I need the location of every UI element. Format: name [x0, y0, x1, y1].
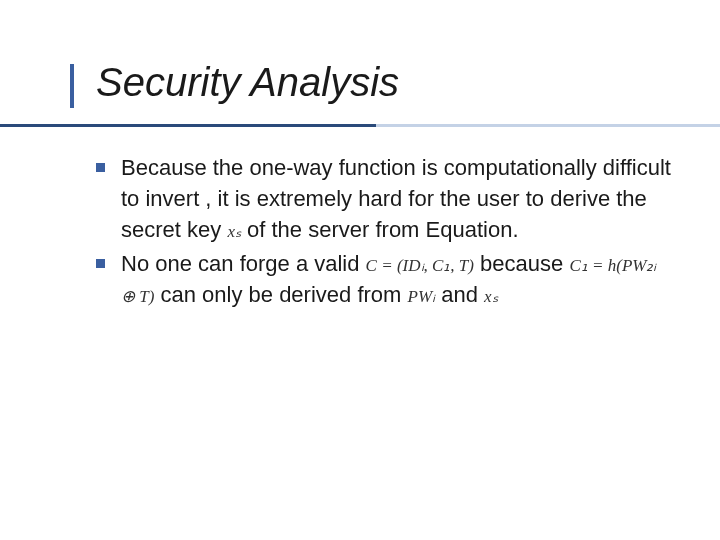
bullet-text-segment: because	[480, 251, 569, 276]
math-inline: xₛ	[227, 222, 241, 241]
bullet-text-segment: and	[441, 282, 484, 307]
content-area: Because the one-way function is computat…	[96, 152, 672, 310]
bullet-text: No one can forge a valid C = (IDᵢ, C₁, T…	[121, 248, 672, 310]
bullet-text: Because the one-way function is computat…	[121, 152, 672, 246]
slide: Security Analysis Because the one-way fu…	[0, 0, 720, 540]
title-underline	[0, 124, 720, 127]
bullet-item: No one can forge a valid C = (IDᵢ, C₁, T…	[96, 248, 672, 310]
bullet-text-segment: of the server from Equation.	[247, 217, 518, 242]
math-inline: xₛ	[484, 287, 498, 306]
title-block: Security Analysis	[96, 60, 672, 104]
bullet-square-icon	[96, 259, 105, 268]
math-inline: C = (IDᵢ, C₁, T)	[366, 256, 474, 275]
title-accent-bar	[70, 64, 74, 108]
bullet-text-segment: No one can forge a valid	[121, 251, 366, 276]
bullet-item: Because the one-way function is computat…	[96, 152, 672, 246]
slide-title: Security Analysis	[96, 60, 672, 104]
bullet-text-segment: can only be derived from	[161, 282, 408, 307]
bullet-square-icon	[96, 163, 105, 172]
math-inline: PWᵢ	[408, 287, 436, 306]
